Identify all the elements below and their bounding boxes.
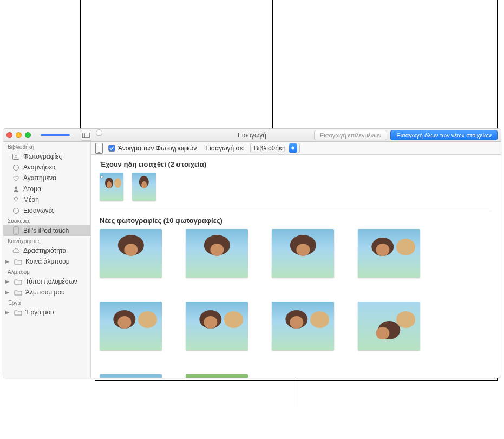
sidebar-item-label: Φωτογραφίες: [23, 153, 62, 160]
sidebar-item-people[interactable]: Άτομα: [3, 184, 90, 194]
video-badge-icon: ▸: [101, 174, 103, 179]
close-button[interactable]: [6, 132, 12, 138]
folder-icon: [14, 309, 22, 317]
disclosure-triangle-icon[interactable]: ▶: [5, 290, 11, 295]
sidebar-item-label: Αγαπημένα: [23, 174, 56, 182]
photos-icon: [12, 153, 20, 161]
sidebar-header-library: Βιβλιοθήκη: [3, 142, 90, 151]
photo-thumbnail[interactable]: [272, 302, 334, 350]
folder-icon: [14, 258, 22, 266]
import-to-value: Βιβλιοθήκη: [254, 145, 286, 152]
photo-thumbnail[interactable]: [186, 302, 248, 350]
svg-rect-0: [83, 133, 90, 137]
sidebar-item-media-types[interactable]: ▶ Τύποι πολυμέσων: [3, 276, 90, 287]
sidebar-item-my-projects[interactable]: ▶ Έργα μου: [3, 307, 90, 318]
new-photos-header: Νέες φωτογραφίες (10 φωτογραφίες): [100, 217, 492, 225]
pin-icon: [12, 196, 20, 204]
sidebar-item-imports[interactable]: Εισαγωγές: [3, 205, 90, 216]
sidebar-item-label: Εισαγωγές: [23, 207, 55, 214]
import-options-bar: Άνοιγμα των Φωτογραφιών Εισαγωγή σε: Βιβ…: [91, 142, 501, 155]
photo-thumbnail[interactable]: [358, 302, 420, 350]
memories-icon: [12, 163, 20, 172]
sidebar-header-projects: Έργα: [3, 298, 90, 307]
sidebar-item-label: Τύποι πολυμέσων: [25, 278, 77, 285]
import-selected-button[interactable]: Εισαγωγή επιλεγμένων: [314, 130, 387, 140]
import-all-new-label: Εισαγωγή όλων των νέων στοιχείων: [396, 132, 492, 139]
photos-scroll-area[interactable]: Έχουν ήδη εισαχθεί (2 στοιχεία) ▸ Νέες φ…: [91, 155, 501, 378]
open-photos-checkbox[interactable]: [108, 145, 115, 152]
sidebar-item-places[interactable]: Μέρη: [3, 194, 90, 205]
disclosure-triangle-icon[interactable]: ▶: [5, 279, 11, 284]
already-imported-header: Έχουν ήδη εισαχθεί (2 στοιχεία): [100, 160, 492, 168]
photo-thumbnail[interactable]: [272, 229, 334, 278]
svg-point-6: [15, 197, 18, 200]
fullscreen-button[interactable]: [25, 132, 31, 138]
sidebar-item-favorites[interactable]: Αγαπημένα: [3, 173, 90, 184]
disclosure-triangle-icon[interactable]: ▶: [5, 259, 11, 264]
cloud-icon: [12, 247, 20, 255]
photo-thumbnail[interactable]: ▸: [100, 173, 123, 201]
disclosure-triangle-icon[interactable]: ▶: [5, 310, 11, 315]
import-all-new-button[interactable]: Εισαγωγή όλων των νέων στοιχείων: [390, 130, 498, 140]
open-photos-label: Άνοιγμα των Φωτογραφιών: [118, 145, 197, 152]
sidebar-header-shared: Κοινόχρηστες: [3, 236, 90, 245]
sidebar: Βιβλιοθήκη Φωτογραφίες Αναμνήσεις Αγαπημ…: [3, 142, 91, 378]
folder-icon: [14, 289, 22, 297]
minimize-button[interactable]: [16, 132, 22, 138]
select-arrows-icon: [289, 143, 297, 153]
svg-rect-2: [13, 154, 19, 159]
already-imported-row: ▸: [100, 173, 492, 201]
sidebar-item-label: Κοινά άλμπουμ: [25, 258, 70, 265]
sidebar-header-devices: Συσκευές: [3, 216, 90, 225]
titlebar: Εισαγωγή Εισαγωγή επιλεγμένων Εισαγωγή ό…: [3, 129, 501, 142]
photo-thumbnail[interactable]: [100, 374, 162, 378]
main-content: Άνοιγμα των Φωτογραφιών Εισαγωγή σε: Βιβ…: [91, 142, 501, 378]
window-controls: [6, 132, 31, 138]
photo-thumbnail[interactable]: [132, 173, 156, 201]
sidebar-item-label: Bill's iPod touch: [23, 227, 69, 234]
svg-point-5: [15, 186, 17, 189]
app-window: Εισαγωγή Εισαγωγή επιλεγμένων Εισαγωγή ό…: [3, 128, 501, 378]
svg-point-10: [16, 233, 17, 234]
sidebar-item-label: Αναμνήσεις: [23, 163, 57, 171]
sidebar-item-photos[interactable]: Φωτογραφίες: [3, 151, 90, 162]
folder-icon: [14, 278, 22, 286]
photo-thumbnail[interactable]: [358, 229, 420, 278]
sidebar-item-activity[interactable]: Δραστηριότητα: [3, 245, 90, 256]
ipod-icon: [12, 227, 20, 235]
photo-thumbnail[interactable]: [186, 229, 248, 278]
import-to-select[interactable]: Βιβλιοθήκη: [250, 143, 300, 153]
sidebar-item-device[interactable]: Bill's iPod touch: [3, 225, 90, 236]
sidebar-item-my-albums[interactable]: ▶ Άλμπουμ μου: [3, 287, 90, 298]
sidebar-item-label: Άτομα: [23, 185, 41, 193]
sidebar-item-memories[interactable]: Αναμνήσεις: [3, 162, 90, 173]
photo-thumbnail[interactable]: [100, 302, 162, 350]
person-icon: [12, 185, 20, 193]
sidebar-item-label: Μέρη: [23, 196, 39, 204]
sidebar-item-label: Δραστηριότητα: [23, 247, 67, 254]
photo-thumbnail[interactable]: [186, 374, 248, 378]
heart-icon: [12, 174, 20, 182]
sidebar-header-albums: Άλμπουμ: [3, 267, 90, 276]
connected-device-icon: [95, 143, 103, 154]
sidebar-toggle-button[interactable]: [81, 130, 91, 141]
photo-thumbnail[interactable]: [100, 229, 162, 278]
sidebar-item-label: Άλμπουμ μου: [25, 289, 65, 296]
import-selected-label: Εισαγωγή επιλεγμένων: [320, 132, 381, 139]
sidebar-item-shared-albums[interactable]: ▶ Κοινά άλμπουμ: [3, 256, 90, 267]
sidebar-item-label: Έργα μου: [25, 309, 54, 316]
zoom-slider[interactable]: [41, 132, 76, 139]
section-divider: [100, 211, 492, 211]
clock-down-icon: [12, 207, 20, 215]
svg-point-3: [15, 155, 17, 158]
import-to-label: Εισαγωγή σε:: [205, 145, 244, 152]
new-photos-grid: [100, 229, 492, 378]
